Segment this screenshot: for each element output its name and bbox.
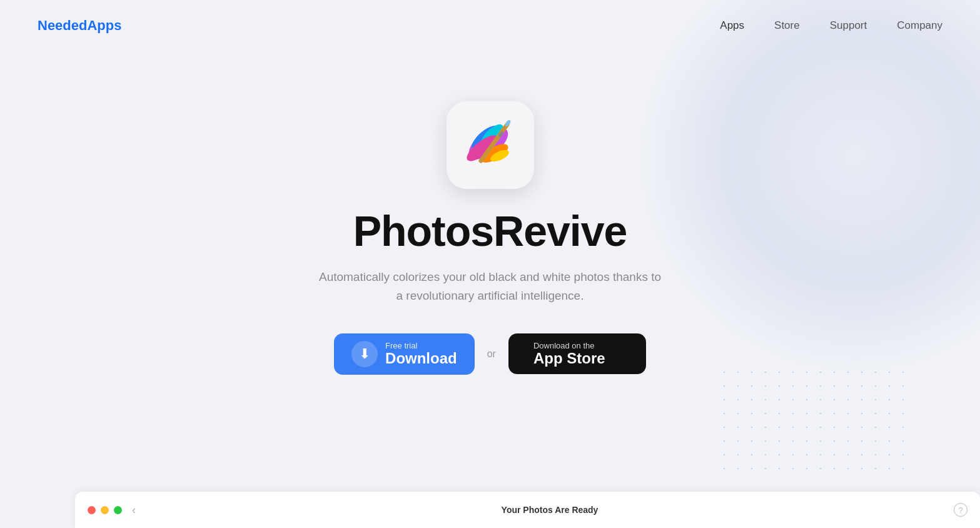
window-dot-close[interactable] bbox=[88, 506, 96, 514]
or-separator: or bbox=[487, 348, 496, 360]
btn-appstore-main-label: App Store bbox=[533, 350, 605, 367]
btn-appstore-text: Download on the App Store bbox=[533, 341, 605, 367]
app-subtitle: Automatically colorizes your old black a… bbox=[319, 268, 661, 306]
navbar: NeededApps Apps Store Support Company bbox=[0, 0, 980, 51]
nav-link-store[interactable]: Store bbox=[774, 19, 800, 31]
nav-logo[interactable]: NeededApps bbox=[38, 18, 121, 34]
hero-section: PhotosRevive Automatically colorizes you… bbox=[0, 51, 980, 375]
nav-link-support[interactable]: Support bbox=[830, 19, 867, 31]
btn-free-trial-main-label: Download bbox=[385, 350, 457, 367]
app-store-button[interactable]: Download on the App Store bbox=[508, 333, 646, 374]
window-help-button[interactable]: ? bbox=[954, 503, 967, 517]
nav-link-company[interactable]: Company bbox=[897, 19, 942, 31]
app-icon bbox=[447, 101, 534, 189]
app-title: PhotosRevive bbox=[353, 206, 627, 255]
window-dot-maximize[interactable] bbox=[114, 506, 122, 514]
window-title: Your Photos Are Ready bbox=[146, 505, 954, 515]
download-icon: ⬇ bbox=[351, 341, 378, 367]
nav-links: Apps Store Support Company bbox=[720, 19, 942, 32]
cta-row: ⬇ Free trial Download or Download on the… bbox=[334, 333, 646, 375]
btn-free-trial-top-label: Free trial bbox=[385, 341, 457, 350]
free-trial-download-button[interactable]: ⬇ Free trial Download bbox=[334, 333, 475, 375]
window-dot-minimize[interactable] bbox=[101, 506, 109, 514]
dot-grid-decoration bbox=[717, 365, 905, 478]
btn-free-trial-text: Free trial Download bbox=[385, 341, 457, 367]
window-chrome-bar: ‹ Your Photos Are Ready ? bbox=[75, 492, 980, 528]
window-back-button[interactable]: ‹ bbox=[132, 504, 136, 517]
nav-link-apps[interactable]: Apps bbox=[720, 19, 744, 31]
btn-appstore-top-label: Download on the bbox=[533, 341, 605, 350]
window-control-dots bbox=[88, 506, 122, 514]
app-icon-svg bbox=[456, 111, 525, 180]
